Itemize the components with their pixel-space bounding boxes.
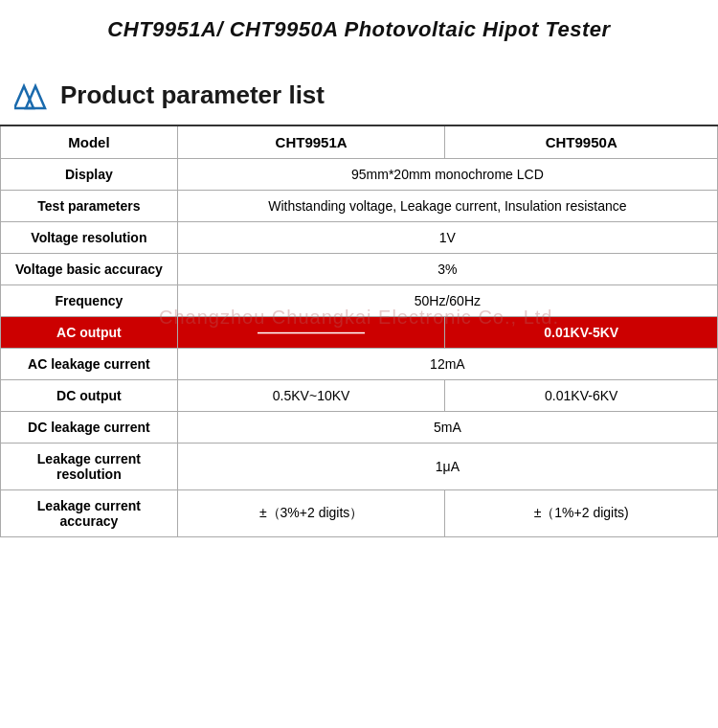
row-ac-output: AC output ———————— 0.01KV-5KV (1, 317, 718, 349)
main-title: CHT9951A/ CHT9950A Photovoltaic Hipot Te… (19, 17, 699, 42)
product-heading-icon (14, 81, 51, 110)
header-model-label: Model (1, 125, 178, 159)
value-voltage-resolution: 1V (177, 222, 717, 254)
value-ac-output-9950a: 0.01KV-5KV (445, 317, 718, 349)
row-voltage-resolution: Voltage resolution 1V (1, 222, 718, 254)
row-voltage-accuracy: Voltage basic accuracy 3% (1, 254, 718, 285)
product-heading-section: Product parameter list (0, 52, 718, 125)
value-dc-output-9950a: 0.01KV-6KV (445, 380, 718, 412)
value-dc-output-9951a: 0.5KV~10KV (177, 380, 445, 412)
row-frequency: Frequency 50Hz/60Hz (1, 285, 718, 317)
value-display: 95mm*20mm monochrome LCD (177, 159, 717, 191)
row-ac-leakage: AC leakage current 12mA (1, 349, 718, 380)
page-wrapper: CHT9951A/ CHT9950A Photovoltaic Hipot Te… (0, 0, 718, 728)
label-ac-leakage: AC leakage current (1, 349, 178, 380)
heading-icon-svg (14, 81, 51, 110)
label-leakage-resolution: Leakage current resolution (1, 444, 178, 490)
value-test-parameters: Withstanding voltage, Leakage current, I… (177, 191, 717, 222)
row-leakage-accuracy: Leakage current accuracy ±（3%+2 digits） … (1, 490, 718, 537)
value-voltage-accuracy: 3% (177, 254, 717, 285)
label-voltage-resolution: Voltage resolution (1, 222, 178, 254)
value-leakage-accuracy-9950a: ±（1%+2 digits) (445, 490, 718, 537)
label-frequency: Frequency (1, 285, 178, 317)
value-ac-output-9951a: ———————— (177, 317, 445, 349)
label-ac-output: AC output (1, 317, 178, 349)
row-dc-output: DC output 0.5KV~10KV 0.01KV-6KV (1, 380, 718, 412)
row-leakage-resolution: Leakage current resolution 1μA (1, 444, 718, 490)
header-cht9950a-label: CHT9950A (445, 125, 718, 159)
label-test-parameters: Test parameters (1, 191, 178, 222)
row-display: Display 95mm*20mm monochrome LCD (1, 159, 718, 191)
title-section: CHT9951A/ CHT9950A Photovoltaic Hipot Te… (0, 0, 718, 52)
label-leakage-accuracy: Leakage current accuracy (1, 490, 178, 537)
header-cht9951a-label: CHT9951A (177, 125, 445, 159)
product-heading-text: Product parameter list (60, 80, 325, 110)
value-ac-leakage: 12mA (177, 349, 717, 380)
value-dc-leakage: 5mA (177, 412, 717, 444)
value-leakage-accuracy-9951a: ±（3%+2 digits） (177, 490, 445, 537)
label-dc-leakage: DC leakage current (1, 412, 178, 444)
label-dc-output: DC output (1, 380, 178, 412)
row-test-parameters: Test parameters Withstanding voltage, Le… (1, 191, 718, 222)
value-leakage-resolution: 1μA (177, 444, 717, 490)
label-display: Display (1, 159, 178, 191)
value-frequency: 50Hz/60Hz (177, 285, 717, 317)
params-table: Model CHT9951A CHT9950A Display 95mm*20m… (0, 125, 718, 537)
label-voltage-accuracy: Voltage basic accuracy (1, 254, 178, 285)
table-header-row: Model CHT9951A CHT9950A (1, 125, 718, 159)
row-dc-leakage: DC leakage current 5mA (1, 412, 718, 444)
